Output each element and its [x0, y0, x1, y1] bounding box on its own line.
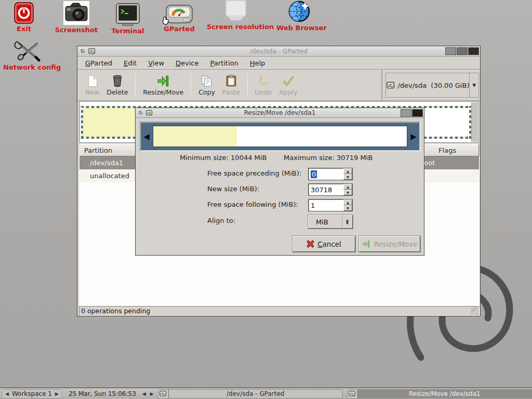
slider-left-handle-icon[interactable]: ◀ — [141, 122, 152, 151]
desktop-icon-label: Web Browser — [276, 24, 322, 32]
checkmark-icon — [282, 74, 295, 88]
spin-down-icon[interactable]: ▼ — [343, 174, 352, 180]
gparted-app-icon — [158, 389, 168, 398]
free-space-following-input[interactable]: 1 ▲ ▼ — [308, 199, 353, 211]
min-max-row: Minimum size: 10044 MiB Maximum size: 30… — [136, 154, 424, 163]
gparted-app-icon — [347, 389, 357, 398]
workspace-label: Workspace 1 — [12, 390, 52, 397]
free-space-following-row: Free space following (MiB): 1 ▲ ▼ — [136, 199, 424, 211]
resize-move-dialog: Resize/Move /dev/sda1 ◀ ▶ Minimum size: … — [135, 108, 424, 256]
workspace-switcher[interactable]: ◀ Workspace 1 ▶ — [2, 389, 62, 398]
new-size-input[interactable]: 30718 ▲ ▼ — [308, 183, 353, 196]
spinner-buttons: ▲ ▼ — [343, 200, 352, 211]
confirm-label: Resize/Move — [374, 240, 417, 248]
resize-slider-bar[interactable] — [153, 126, 407, 147]
task-label: /dev/sda - GParted — [168, 389, 343, 398]
maximum-size-label: Maximum size: 30719 MiB — [284, 154, 373, 162]
copy-icon — [200, 74, 214, 88]
partition-name: /dev/sda1 — [79, 159, 123, 167]
desktop-icon-terminal[interactable]: Terminal — [111, 3, 144, 35]
task-resize-dialog[interactable]: Resize/Move /dev/sda1 — [347, 389, 532, 398]
dialog-titlebar[interactable]: Resize/Move /dev/sda1 — [136, 108, 424, 118]
desktop-icon-screenshot[interactable]: Screenshot — [54, 1, 99, 34]
cancel-button[interactable]: Cancel — [292, 236, 355, 252]
spin-down-icon[interactable]: ▼ — [343, 190, 352, 195]
resize-move-button[interactable]: Resize/Move — [139, 72, 187, 99]
spin-up-icon[interactable]: ▲ — [343, 168, 352, 174]
power-icon — [14, 2, 34, 24]
desktop-icon-label: Screen resolution — [207, 23, 265, 31]
window-menu-spiral-icon[interactable] — [138, 110, 144, 116]
dialog-title: Resize/Move /dev/sda1 — [136, 109, 424, 116]
minimize-button[interactable] — [445, 47, 456, 55]
desktop-icon-screen-resolution[interactable]: Screen resolution — [207, 0, 265, 31]
menu-help[interactable]: Help — [244, 58, 271, 69]
align-to-dropdown[interactable]: MiB ▲▼ — [308, 215, 353, 229]
resize-move-confirm-button[interactable]: Resize/Move — [359, 236, 420, 252]
toolbar-separator — [247, 74, 248, 97]
chevron-down-icon[interactable]: ▼ — [469, 73, 478, 97]
copy-button[interactable]: Copy — [195, 72, 219, 99]
close-button[interactable] — [412, 109, 423, 117]
toolbar: New Delete Resize/Move — [77, 70, 480, 101]
new-button[interactable]: New — [82, 72, 103, 99]
main-window-titlebar[interactable]: /dev/sda - GParted — [77, 46, 480, 57]
spin-up-icon[interactable]: ▲ — [343, 184, 352, 190]
field-label: Free space preceding (MiB): — [207, 169, 301, 177]
partition-border — [81, 106, 83, 139]
apply-button[interactable]: Apply — [275, 72, 301, 99]
align-to-row: Align to: MiB ▲▼ — [136, 215, 424, 228]
scroll-right-icon[interactable]: ▶ — [150, 391, 154, 396]
task-gparted-main[interactable]: /dev/sda - GParted — [158, 389, 343, 398]
device-selector-value: /dev/sda (30.00 GiB) — [397, 82, 469, 89]
hand-cursor-icon — [162, 16, 170, 25]
device-selector[interactable]: /dev/sda (30.00 GiB) ▼ — [385, 73, 479, 98]
spin-down-icon[interactable]: ▼ — [343, 205, 352, 211]
window-buttons — [401, 109, 423, 117]
spinner-buttons: ▲ ▼ — [343, 168, 352, 180]
resize-grip[interactable] — [471, 307, 478, 315]
column-header-partition[interactable]: Partition — [79, 144, 138, 156]
workspace-prev-icon[interactable]: ◀ — [5, 391, 9, 396]
resize-slider-frame: ◀ ▶ — [140, 122, 420, 151]
camera-icon — [63, 1, 90, 25]
monitor-icon — [222, 0, 249, 22]
spin-up-icon[interactable]: ▲ — [343, 200, 352, 205]
undo-button[interactable]: Undo — [251, 72, 276, 99]
spinner-buttons: ▲ ▼ — [343, 184, 352, 195]
free-space-preceding-input[interactable]: 0 ▲ ▼ — [308, 168, 353, 180]
scroll-left-icon[interactable]: ◀ — [142, 391, 146, 396]
free-space-preceding-row: Free space preceding (MiB): 0 ▲ ▼ — [136, 168, 424, 180]
gparted-app-icon — [88, 47, 96, 55]
toolbar-separator — [191, 74, 191, 97]
close-button[interactable] — [468, 47, 479, 55]
new-size-row: New size (MiB): 30718 ▲ ▼ — [136, 183, 424, 196]
window-menu-spiral-icon[interactable] — [79, 48, 86, 55]
dropdown-arrows-icon: ▲▼ — [342, 216, 352, 228]
maximize-button[interactable] — [457, 47, 468, 55]
desktop: Exit Screenshot Terminal — [0, 0, 532, 399]
device-selector-area: /dev/sda (30.00 GiB) ▼ — [381, 70, 480, 100]
desktop-icon-web-browser[interactable]: Web Browser — [276, 0, 322, 32]
paste-button[interactable]: Paste — [219, 72, 244, 99]
align-to-label: Align to: — [207, 217, 235, 224]
resize-arrow-icon — [362, 240, 370, 248]
main-window-title: /dev/sda - GParted — [77, 48, 480, 55]
menu-partition[interactable]: Partition — [205, 58, 244, 69]
menu-device[interactable]: Device — [170, 58, 204, 69]
column-header-flags[interactable]: Flags — [424, 144, 479, 156]
menu-view[interactable]: View — [142, 58, 170, 69]
delete-button[interactable]: Delete — [103, 72, 131, 99]
desktop-icon-exit[interactable]: Exit — [6, 2, 42, 33]
used-space-fill — [153, 126, 237, 147]
maximize-button[interactable] — [401, 109, 411, 117]
menu-gparted[interactable]: GParted — [79, 58, 118, 69]
menu-edit[interactable]: Edit — [118, 58, 142, 69]
status-text: 0 operations pending — [81, 307, 150, 315]
slider-right-handle-icon[interactable]: ▶ — [408, 122, 419, 151]
dropdown-value: MiB — [316, 218, 328, 226]
desktop-icon-network-config[interactable]: Network config — [3, 39, 53, 71]
workspace-next-icon[interactable]: ▶ — [55, 391, 59, 396]
titlebar-icons — [79, 47, 96, 55]
gparted-app-icon — [145, 109, 153, 116]
